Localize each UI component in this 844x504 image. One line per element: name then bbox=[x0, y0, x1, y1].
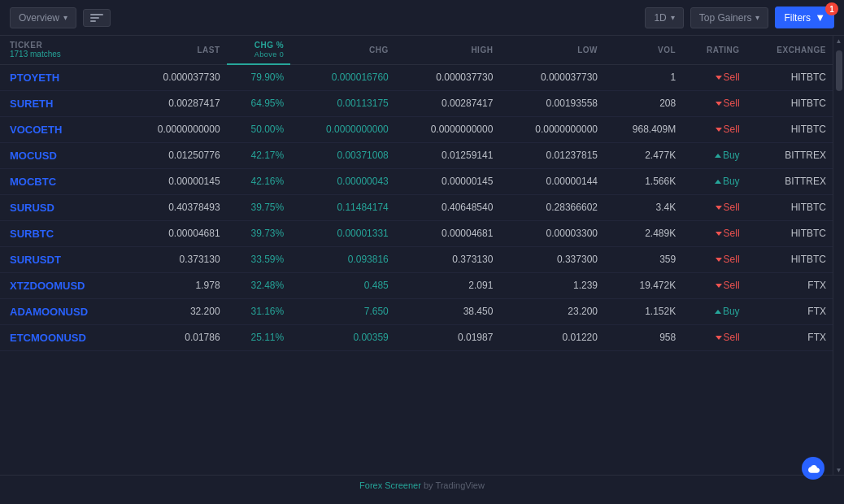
cell-rating: Sell bbox=[682, 90, 746, 116]
ticker-link[interactable]: VOCOETH bbox=[10, 124, 62, 136]
table-header: TICKER 1713 matches LAST CHG %Above 0 CH… bbox=[0, 36, 833, 64]
ticker-link[interactable]: MOCBTC bbox=[10, 176, 56, 188]
cell-exchange: BITTREX bbox=[746, 142, 833, 168]
cell-exchange: BITTREX bbox=[746, 168, 833, 194]
cell-low: 0.000037730 bbox=[499, 64, 604, 90]
ticker-link[interactable]: SURUSD bbox=[10, 202, 54, 214]
timeframe-label: 1D bbox=[654, 12, 666, 24]
ticker-link[interactable]: ADAMOONUSD bbox=[10, 306, 88, 318]
cell-chg: 0.485 bbox=[290, 272, 395, 298]
cell-rating: Buy bbox=[682, 168, 746, 194]
cell-low: 0.01237815 bbox=[499, 142, 604, 168]
cell-rating: Buy bbox=[682, 298, 746, 324]
table-body: PTOYETH 0.000037730 79.90% 0.000016760 0… bbox=[0, 64, 833, 350]
cell-chg: 0.00000043 bbox=[290, 168, 395, 194]
cell-last: 0.40378493 bbox=[122, 194, 227, 220]
table-row[interactable]: VOCOETH 0.0000000000 50.00% 0.0000000000… bbox=[0, 116, 833, 142]
toolbar: Overview ▾ 1D ▾ Top Gainers ▾ Filters ▼ … bbox=[0, 0, 844, 36]
scrollbar-up-arrow[interactable]: ▲ bbox=[833, 36, 844, 46]
ticker-link[interactable]: ETCMOONUSD bbox=[10, 332, 86, 344]
col-high[interactable]: HIGH bbox=[395, 36, 500, 64]
ticker-link[interactable]: SURUSDT bbox=[10, 254, 61, 266]
overview-label: Overview bbox=[19, 12, 59, 24]
cell-last: 32.200 bbox=[122, 298, 227, 324]
cell-high: 38.450 bbox=[395, 298, 500, 324]
footer-link[interactable]: Forex Screener bbox=[359, 480, 421, 490]
cell-rating: Sell bbox=[682, 116, 746, 142]
ticker-link[interactable]: XTZDOOMUSD bbox=[10, 280, 85, 292]
cell-chg-pct: 31.16% bbox=[227, 298, 291, 324]
table-row[interactable]: SURBTC 0.00004681 39.73% 0.00001331 0.00… bbox=[0, 220, 833, 246]
cell-last: 0.000037730 bbox=[122, 64, 227, 90]
table-row[interactable]: XTZDOOMUSD 1.978 32.48% 0.485 2.091 1.23… bbox=[0, 272, 833, 298]
overview-button[interactable]: Overview ▾ bbox=[10, 7, 76, 28]
cell-high: 0.0000000000 bbox=[395, 116, 500, 142]
table-row[interactable]: MOCUSD 0.01250776 42.17% 0.00371008 0.01… bbox=[0, 142, 833, 168]
arrow-up-icon bbox=[715, 310, 721, 314]
footer-by: by TradingView bbox=[421, 480, 485, 490]
top-gainers-label: Top Gainers bbox=[699, 12, 752, 24]
cell-ticker: VOCOETH bbox=[0, 116, 122, 142]
cell-low: 1.239 bbox=[499, 272, 604, 298]
col-last[interactable]: LAST bbox=[122, 36, 227, 64]
filters-label: Filters bbox=[784, 12, 811, 24]
cell-rating: Sell bbox=[682, 324, 746, 350]
timeframe-chevron: ▾ bbox=[671, 13, 675, 22]
cell-ticker: SURBTC bbox=[0, 220, 122, 246]
table-container: TICKER 1713 matches LAST CHG %Above 0 CH… bbox=[0, 36, 833, 410]
cell-high: 0.00000145 bbox=[395, 168, 500, 194]
col-exchange[interactable]: EXCHANGE bbox=[746, 36, 833, 64]
cell-chg-pct: 39.73% bbox=[227, 220, 291, 246]
cell-ticker: XTZDOOMUSD bbox=[0, 272, 122, 298]
cell-ticker: MOCBTC bbox=[0, 168, 122, 194]
cell-chg-pct: 79.90% bbox=[227, 64, 291, 90]
cell-chg: 0.000016760 bbox=[290, 64, 395, 90]
cell-high: 0.01987 bbox=[395, 324, 500, 350]
cell-high: 0.40648540 bbox=[395, 194, 500, 220]
scrollbar-thumb[interactable] bbox=[836, 50, 842, 91]
ticker-link[interactable]: PTOYETH bbox=[10, 72, 59, 84]
cell-vol: 1.566K bbox=[604, 168, 682, 194]
scrollbar-down-arrow[interactable]: ▼ bbox=[833, 465, 844, 475]
cell-exchange: HITBTC bbox=[746, 194, 833, 220]
col-vol[interactable]: VOL bbox=[604, 36, 682, 64]
arrow-down-icon bbox=[716, 206, 722, 210]
ticker-link[interactable]: MOCUSD bbox=[10, 150, 57, 162]
cell-rating: Sell bbox=[682, 272, 746, 298]
timeframe-button[interactable]: 1D ▾ bbox=[645, 7, 683, 28]
col-low[interactable]: LOW bbox=[499, 36, 604, 64]
table-row[interactable]: MOCBTC 0.00000145 42.16% 0.00000043 0.00… bbox=[0, 168, 833, 194]
table-row[interactable]: SURETH 0.00287417 64.95% 0.00113175 0.00… bbox=[0, 90, 833, 116]
col-ticker[interactable]: TICKER 1713 matches bbox=[0, 36, 122, 64]
cloud-button[interactable] bbox=[802, 457, 824, 480]
top-gainers-button[interactable]: Top Gainers ▾ bbox=[690, 7, 769, 28]
cell-chg: 0.00113175 bbox=[290, 90, 395, 116]
cell-exchange: FTX bbox=[746, 272, 833, 298]
ticker-link[interactable]: SURETH bbox=[10, 98, 53, 110]
table-row[interactable]: PTOYETH 0.000037730 79.90% 0.000016760 0… bbox=[0, 64, 833, 90]
cell-exchange: HITBTC bbox=[746, 246, 833, 272]
cell-ticker: SURETH bbox=[0, 90, 122, 116]
cell-ticker: MOCUSD bbox=[0, 142, 122, 168]
toolbar-left: Overview ▾ bbox=[10, 7, 111, 28]
filters-button[interactable]: Filters ▼ 1 bbox=[775, 7, 834, 28]
cell-last: 0.00000145 bbox=[122, 168, 227, 194]
scrollbar[interactable]: ▲ ▼ bbox=[833, 36, 844, 475]
cell-ticker: SURUSD bbox=[0, 194, 122, 220]
cell-chg-pct: 42.17% bbox=[227, 142, 291, 168]
cell-rating: Sell bbox=[682, 194, 746, 220]
col-rating[interactable]: RATING bbox=[682, 36, 746, 64]
col-chg[interactable]: CHG bbox=[290, 36, 395, 64]
table-row[interactable]: SURUSDT 0.373130 33.59% 0.093816 0.37313… bbox=[0, 246, 833, 272]
table-row[interactable]: ADAMOONUSD 32.200 31.16% 7.650 38.450 23… bbox=[0, 298, 833, 324]
ticker-link[interactable]: SURBTC bbox=[10, 228, 54, 240]
cell-low: 0.00000144 bbox=[499, 168, 604, 194]
cell-vol: 2.477K bbox=[604, 142, 682, 168]
cell-last: 0.01250776 bbox=[122, 142, 227, 168]
cell-high: 0.00004681 bbox=[395, 220, 500, 246]
bars-icon bbox=[90, 14, 103, 22]
col-chg-pct[interactable]: CHG %Above 0 bbox=[227, 36, 291, 64]
chart-type-button[interactable] bbox=[83, 9, 111, 27]
table-row[interactable]: SURUSD 0.40378493 39.75% 0.11484174 0.40… bbox=[0, 194, 833, 220]
table-row[interactable]: ETCMOONUSD 0.01786 25.11% 0.00359 0.0198… bbox=[0, 324, 833, 350]
